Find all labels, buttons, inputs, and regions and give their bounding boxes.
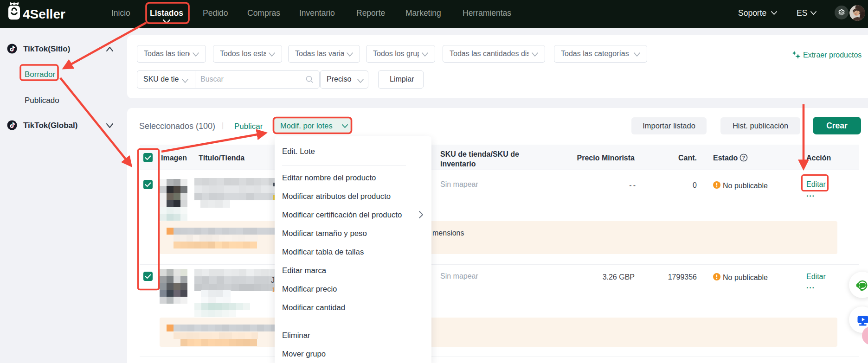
svg-text:?: ? [742,155,745,160]
